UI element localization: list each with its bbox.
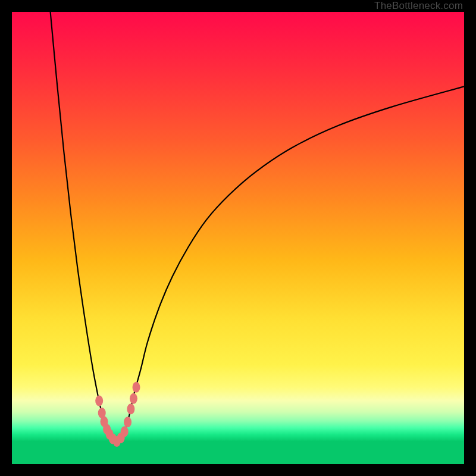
marker-point bbox=[127, 403, 134, 414]
curve-layer bbox=[12, 12, 464, 464]
plot-area bbox=[12, 12, 464, 464]
marker-point bbox=[95, 396, 103, 406]
marker-point bbox=[124, 416, 131, 427]
curve-left-branch bbox=[51, 12, 117, 441]
curve-right-branch bbox=[117, 86, 464, 441]
marker-point bbox=[130, 393, 137, 404]
watermark-label: TheBottleneck.com bbox=[374, 0, 463, 12]
chart-frame: TheBottleneck.com bbox=[0, 0, 476, 476]
marker-point bbox=[121, 426, 129, 437]
marker-point bbox=[133, 382, 140, 393]
marker-cluster bbox=[95, 382, 140, 447]
